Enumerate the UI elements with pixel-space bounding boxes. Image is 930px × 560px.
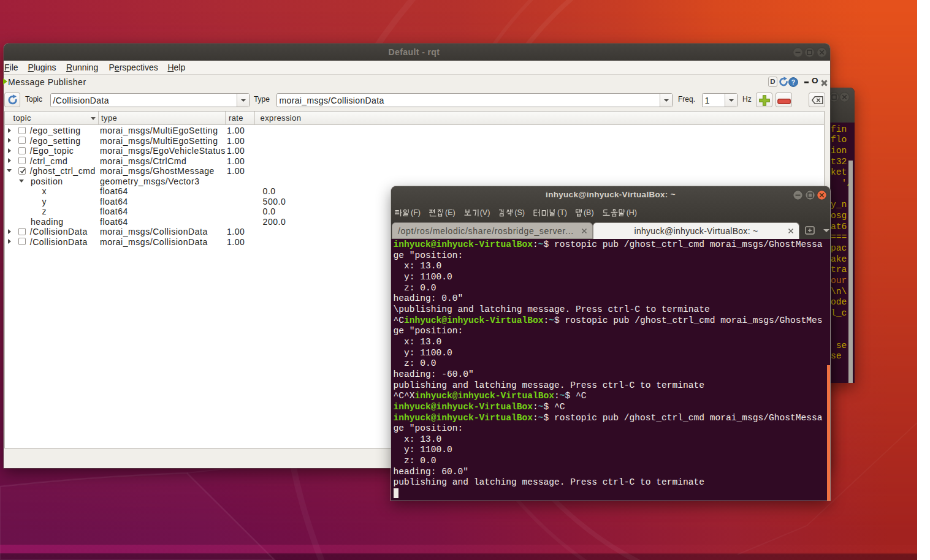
svg-text:?: ? — [791, 78, 795, 86]
